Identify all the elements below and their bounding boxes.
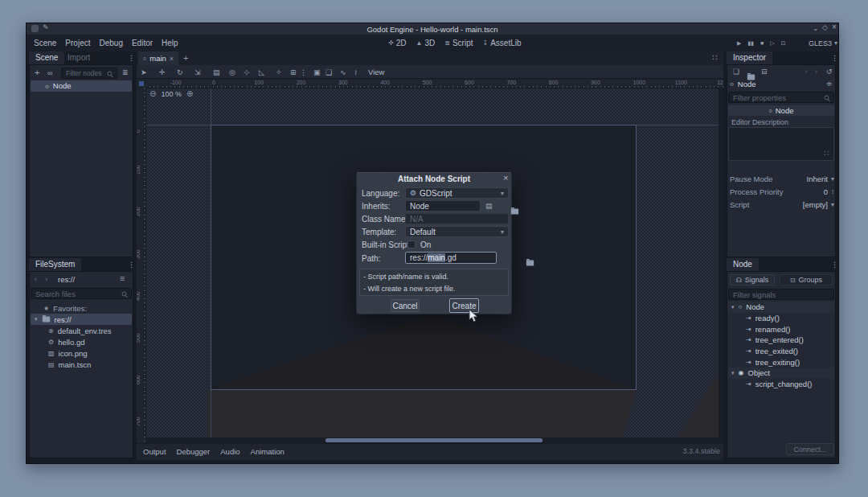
path-field[interactable]: res://main.gd bbox=[405, 252, 497, 264]
filter-signals-input[interactable]: Filter signals bbox=[728, 289, 834, 300]
signal-class-node[interactable]: ▾ ○ Node bbox=[728, 302, 834, 313]
fs-display-mode-icon[interactable]: ≡ bbox=[120, 274, 125, 283]
workspace-script[interactable]: ≣ Script bbox=[444, 39, 473, 47]
vscrollbar-track[interactable] bbox=[719, 88, 723, 437]
bottom-tab-audio[interactable]: Audio bbox=[220, 447, 240, 456]
select-tool-icon[interactable]: ➤ bbox=[141, 68, 147, 76]
ruler-tool-icon[interactable]: ◺ bbox=[259, 68, 264, 76]
renderer-select[interactable]: GLES3 ▾ bbox=[809, 35, 837, 51]
rotate-tool-icon[interactable]: ↻ bbox=[177, 68, 183, 76]
menu-help[interactable]: Help bbox=[162, 39, 178, 47]
play-button[interactable]: ▶ bbox=[737, 40, 741, 47]
scale-tool-icon[interactable]: ⇲ bbox=[194, 68, 201, 76]
zoom-level[interactable]: 100 % bbox=[161, 90, 182, 98]
snap-options-icon[interactable]: ⋮ bbox=[300, 68, 307, 76]
signal-class-object[interactable]: ▾ ◉ Object bbox=[728, 368, 834, 379]
dialog-close-icon[interactable]: × bbox=[503, 173, 508, 183]
workspace-assetlib[interactable]: ↧ AssetLib bbox=[482, 39, 521, 47]
window-minimize-button[interactable]: ⌄ bbox=[813, 25, 819, 32]
fs-file-hello.gd[interactable]: ⚙ hello.gd bbox=[31, 336, 132, 347]
fs-file-icon.png[interactable]: ▨ icon.png bbox=[31, 347, 132, 359]
list-select-icon[interactable]: ▤ bbox=[213, 68, 220, 76]
filter-properties-input[interactable]: Filter properties bbox=[728, 92, 834, 103]
fs-file-main.tscn[interactable]: ▤ main.tscn bbox=[31, 359, 132, 370]
pan-tool-icon[interactable]: ⊹ bbox=[244, 68, 250, 76]
scene-tree-root-row[interactable]: ○ Node bbox=[31, 80, 132, 92]
workspace-3d[interactable]: ▲ 3D bbox=[416, 39, 436, 47]
menu-editor[interactable]: Editor bbox=[132, 39, 153, 47]
language-select[interactable]: ⚙ GDScript ▾ bbox=[405, 187, 509, 199]
bottom-tab-output[interactable]: Output bbox=[143, 447, 166, 456]
history-forward-icon[interactable]: › bbox=[815, 68, 817, 76]
view-menu[interactable]: View bbox=[368, 68, 384, 76]
signals-button[interactable]: ☊ Signals bbox=[730, 274, 775, 285]
fs-root-row[interactable]: ▾ res:// bbox=[31, 314, 132, 325]
menu-scene[interactable]: Scene bbox=[34, 39, 56, 47]
signal-ready[interactable]: ⇥ ready() bbox=[728, 313, 834, 324]
property-value-control[interactable]: 0 ↕ bbox=[824, 187, 834, 196]
fs-file-default_env.tres[interactable]: ⊕ default_env.tres bbox=[31, 325, 132, 336]
ruler-corner[interactable] bbox=[137, 79, 146, 88]
menu-debug[interactable]: Debug bbox=[99, 39, 122, 47]
favorites-row[interactable]: ★ Favorites: bbox=[31, 302, 132, 314]
property-value-control[interactable]: [empty] ▾ bbox=[803, 200, 834, 209]
inherits-field[interactable]: Node bbox=[405, 200, 481, 212]
stop-button[interactable]: ■ bbox=[760, 40, 764, 46]
tab-import[interactable]: Import bbox=[61, 51, 96, 64]
groups-button[interactable]: ⊡ Groups bbox=[780, 274, 833, 285]
skeleton-options-icon[interactable]: ≀ bbox=[354, 68, 357, 76]
new-resource-icon[interactable]: ❏ bbox=[733, 68, 739, 76]
folder-icon[interactable] bbox=[511, 209, 518, 215]
add-node-button[interactable]: + bbox=[35, 68, 39, 77]
object-history-icon[interactable]: ↺ bbox=[826, 68, 833, 76]
template-select[interactable]: Default ▾ bbox=[405, 226, 509, 237]
tab-inspector[interactable]: Inspector bbox=[727, 51, 772, 64]
editor-description-field[interactable] bbox=[728, 127, 834, 161]
fs-back-icon[interactable]: ‹ bbox=[35, 275, 37, 283]
skeleton-icon[interactable]: ∿ bbox=[340, 68, 346, 76]
tab-filesystem[interactable]: FileSystem bbox=[29, 258, 81, 271]
expand-viewport-icon[interactable]: ∷ bbox=[712, 54, 717, 62]
menu-project[interactable]: Project bbox=[65, 39, 90, 47]
filter-nodes-input[interactable]: Filter nodes bbox=[61, 68, 117, 79]
folder-icon[interactable] bbox=[526, 261, 534, 266]
group-icon[interactable]: ❑ bbox=[326, 68, 332, 76]
property-value-control[interactable]: Inherit ▾ bbox=[807, 175, 834, 183]
lock-icon[interactable]: ▣ bbox=[313, 68, 321, 76]
smart-snap-icon[interactable]: ✧ bbox=[276, 68, 282, 76]
pause-button[interactable]: ▮▮ bbox=[747, 40, 754, 47]
pick-class-icon[interactable]: ▤ bbox=[485, 203, 493, 210]
search-files-input[interactable]: Search files bbox=[31, 288, 132, 299]
inspector-category-node[interactable]: ○ Node bbox=[728, 105, 834, 116]
signal-tree_entered[interactable]: ⇥ tree_entered() bbox=[728, 335, 834, 346]
new-scene-tab-button[interactable]: + bbox=[183, 53, 188, 63]
window-maximize-button[interactable]: ◇ bbox=[822, 24, 828, 31]
inspector-tools-icon[interactable]: ≑ bbox=[826, 80, 833, 88]
signal-tree_exiting[interactable]: ⇥ tree_exiting() bbox=[728, 356, 834, 368]
window-close-button[interactable]: × bbox=[832, 23, 837, 31]
attach-script-icon[interactable]: ≣ bbox=[122, 69, 129, 76]
close-icon[interactable]: × bbox=[170, 55, 174, 63]
save-resource-icon[interactable]: ⊟ bbox=[761, 68, 768, 76]
tab-main-scene[interactable]: ○ main × bbox=[138, 51, 178, 65]
signal-tree_exited[interactable]: ⇥ tree_exited() bbox=[728, 346, 834, 357]
pivot-icon[interactable]: ◎ bbox=[229, 68, 235, 76]
play-custom-scene-button[interactable]: ⊡ bbox=[781, 40, 786, 47]
zoom-out-button[interactable]: ⊖ bbox=[149, 89, 156, 98]
grid-snap-icon[interactable]: ⊞ bbox=[290, 68, 297, 76]
history-back-icon[interactable]: ‹ bbox=[805, 68, 808, 76]
scene-panel-menu-icon[interactable]: ⋮ bbox=[128, 55, 135, 62]
move-tool-icon[interactable]: ✛ bbox=[159, 68, 166, 76]
signal-script_changed[interactable]: ⇥ script_changed() bbox=[728, 379, 834, 390]
signal-renamed[interactable]: ⇥ renamed() bbox=[728, 323, 834, 335]
builtin-script-checkbox[interactable] bbox=[407, 240, 416, 249]
tab-node-dock[interactable]: Node bbox=[727, 258, 759, 271]
cancel-button[interactable]: Cancel bbox=[391, 299, 420, 312]
fs-forward-icon[interactable]: › bbox=[45, 275, 47, 283]
inspector-panel-menu-icon[interactable]: ⋮ bbox=[831, 55, 838, 62]
hscrollbar-thumb[interactable] bbox=[326, 438, 542, 442]
expand-description-icon[interactable]: ∷ bbox=[824, 150, 829, 158]
bottom-tab-debugger[interactable]: Debugger bbox=[177, 447, 211, 456]
instance-scene-icon[interactable]: ∞ bbox=[47, 70, 52, 77]
zoom-in-button[interactable]: ⊕ bbox=[186, 89, 193, 98]
